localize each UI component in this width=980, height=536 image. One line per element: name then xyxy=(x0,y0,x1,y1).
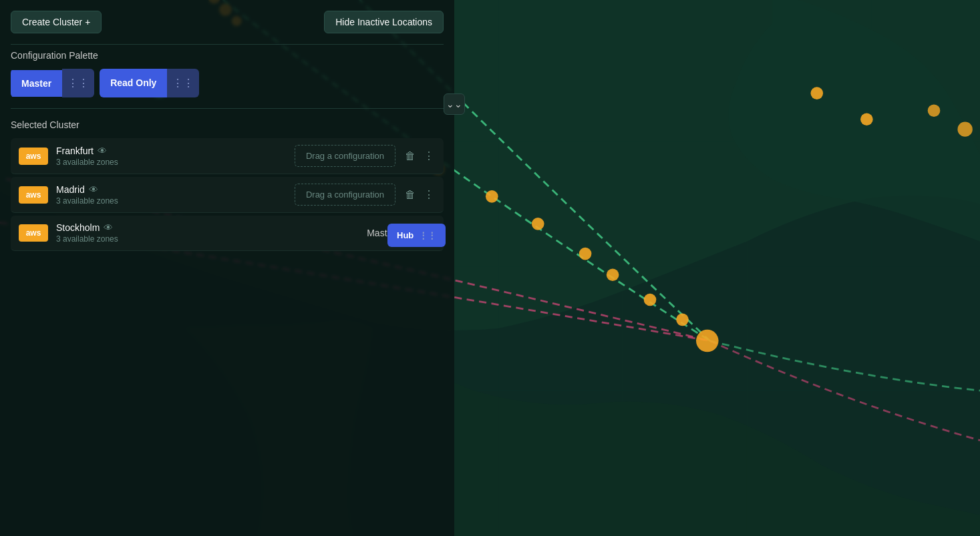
cluster-info-stockholm: Stockholm 👁 3 available zones xyxy=(56,222,359,244)
cluster-info-madrid: Madrid 👁 3 available zones xyxy=(56,184,287,206)
provider-badge-stockholm: aws xyxy=(19,224,48,242)
drag-config-frankfurt[interactable]: Drag a configuration xyxy=(295,145,395,167)
cluster-name-stockholm: Stockholm 👁 xyxy=(56,222,359,233)
svg-point-25 xyxy=(532,218,544,230)
hub-node[interactable]: Hub ⋮⋮ xyxy=(387,224,446,247)
hub-label: Hub xyxy=(397,230,414,240)
config-palette: Configuration Palette Master ⋮⋮ Read Onl… xyxy=(0,45,454,108)
palette-card-readonly-handle: ⋮⋮ xyxy=(167,69,199,97)
cluster-name-text-madrid: Madrid xyxy=(56,184,85,195)
cluster-list: aws Frankfurt 👁 3 available zones Drag a… xyxy=(11,138,444,251)
eye-icon-frankfurt[interactable]: 👁 xyxy=(98,146,107,156)
cluster-info-frankfurt: Frankfurt 👁 3 available zones xyxy=(56,146,287,167)
hide-inactive-locations-button[interactable]: Hide Inactive Locations xyxy=(324,11,444,33)
palette-card-master[interactable]: Master ⋮⋮ xyxy=(11,69,94,97)
selected-cluster-title: Selected Cluster xyxy=(11,119,444,130)
hub-handle-icon: ⋮⋮ xyxy=(419,230,436,240)
svg-point-26 xyxy=(579,248,592,260)
svg-point-29 xyxy=(676,314,689,326)
delete-frankfurt-button[interactable]: 🗑 xyxy=(403,149,417,164)
collapse-icon: ⌄⌄ xyxy=(446,99,462,109)
cluster-actions-madrid: 🗑 ⋮ xyxy=(403,187,436,202)
svg-point-35 xyxy=(957,121,972,136)
palette-card-master-label: Master xyxy=(11,70,62,97)
provider-badge-madrid: aws xyxy=(19,186,48,204)
more-madrid-button[interactable]: ⋮ xyxy=(422,187,436,202)
cluster-name-frankfurt: Frankfurt 👁 xyxy=(56,146,287,156)
palette-cards: Master ⋮⋮ Read Only ⋮⋮ xyxy=(11,69,444,97)
cluster-actions-frankfurt: 🗑 ⋮ xyxy=(403,148,436,164)
svg-point-34 xyxy=(928,104,941,117)
cluster-name-madrid: Madrid 👁 xyxy=(56,184,287,195)
svg-point-32 xyxy=(860,113,873,125)
palette-card-master-handle: ⋮⋮ xyxy=(62,69,94,97)
delete-madrid-button[interactable]: 🗑 xyxy=(403,188,417,202)
cluster-name-text-stockholm: Stockholm xyxy=(56,222,100,233)
cluster-zones-stockholm: 3 available zones xyxy=(56,234,359,244)
cluster-name-text-frankfurt: Frankfurt xyxy=(56,146,94,156)
svg-point-24 xyxy=(486,190,498,203)
svg-point-28 xyxy=(644,294,657,306)
cluster-zones-frankfurt: 3 available zones xyxy=(56,158,287,167)
cluster-item-madrid: aws Madrid 👁 3 available zones Drag a co… xyxy=(11,177,444,213)
selected-cluster-section: Selected Cluster aws Frankfurt 👁 3 avail… xyxy=(0,109,454,256)
palette-card-readonly-label: Read Only xyxy=(100,69,167,97)
sidebar: Create Cluster + Hide Inactive Locations… xyxy=(0,0,454,536)
create-cluster-button[interactable]: Create Cluster + xyxy=(11,11,102,33)
more-frankfurt-button[interactable]: ⋮ xyxy=(422,148,436,164)
provider-badge-frankfurt: aws xyxy=(19,148,48,165)
cluster-item-stockholm: aws Stockholm 👁 3 available zones Master… xyxy=(11,216,444,251)
drag-config-madrid[interactable]: Drag a configuration xyxy=(295,184,395,206)
palette-card-readonly[interactable]: Read Only ⋮⋮ xyxy=(100,69,199,97)
eye-icon-stockholm[interactable]: 👁 xyxy=(104,222,113,233)
cluster-item-frankfurt: aws Frankfurt 👁 3 available zones Drag a… xyxy=(11,138,444,174)
cluster-zones-madrid: 3 available zones xyxy=(56,196,287,206)
svg-point-27 xyxy=(607,268,619,281)
collapse-sidebar-button[interactable]: ⌄⌄ xyxy=(444,93,465,115)
config-palette-title: Configuration Palette xyxy=(11,50,444,61)
svg-point-30 xyxy=(696,330,719,352)
top-bar: Create Cluster + Hide Inactive Locations xyxy=(0,0,454,44)
eye-icon-madrid[interactable]: 👁 xyxy=(89,184,98,195)
svg-point-31 xyxy=(810,87,823,99)
